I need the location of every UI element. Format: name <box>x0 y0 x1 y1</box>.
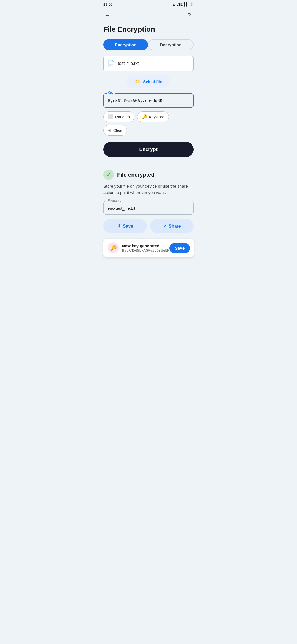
share-label: Share <box>169 224 181 229</box>
file-name-display: test_file.txt <box>118 61 139 66</box>
key-actions: ⬜ Random 🔑 Keystore ⊗ Clear <box>103 111 194 136</box>
save-button[interactable]: ⬇ Save <box>103 219 147 233</box>
clear-label: Clear <box>113 128 122 133</box>
tab-decryption[interactable]: Decryption <box>148 39 194 50</box>
snackbar: 🔑 New key generated BycXN5d9bkAGAyzcGsUq… <box>103 239 194 257</box>
clear-icon: ⊗ <box>108 128 112 133</box>
help-button[interactable]: ? <box>184 10 195 21</box>
encrypt-button[interactable]: Encrypt <box>103 142 194 157</box>
snackbar-key-icon: 🔑 <box>108 242 119 253</box>
snackbar-subtitle: BycXN5d9bkAGAyzcGsUqBK <box>122 248 169 252</box>
result-section: ✓ File encrypted Store your file on your… <box>99 170 198 257</box>
result-header: ✓ File encrypted <box>103 170 194 180</box>
file-icon: 📄 <box>108 60 115 67</box>
battery-icon: 🔋 <box>189 2 194 6</box>
main-content: 📄 test_file.txt 📁 Select file Key ⬜ Rand… <box>99 56 198 164</box>
signal-icon: ▌▌ <box>184 2 188 6</box>
keystore-icon: 🔑 <box>142 114 147 119</box>
status-time: 13:00 <box>103 2 112 6</box>
top-app-bar: ← ? <box>99 7 198 23</box>
share-button[interactable]: ↗ Share <box>150 219 194 233</box>
save-label: Save <box>123 224 133 229</box>
wifi-icon: ▲ <box>172 2 175 6</box>
snackbar-left: 🔑 New key generated BycXN5d9bkAGAyzcGsUq… <box>108 242 169 253</box>
filename-field-wrapper: Filename <box>103 201 194 215</box>
select-file-center: 📁 Select file <box>103 75 194 93</box>
snackbar-title: New key generated <box>122 244 169 248</box>
keystore-button[interactable]: 🔑 Keystore <box>137 111 169 122</box>
save-share-row: ⬇ Save ↗ Share <box>103 219 194 233</box>
keystore-label: Keystore <box>149 115 164 119</box>
filename-input[interactable] <box>103 201 194 215</box>
select-file-label: Select file <box>143 79 162 84</box>
folder-icon: 📁 <box>135 78 141 84</box>
random-icon: ⬜ <box>108 114 114 119</box>
back-button[interactable]: ← <box>102 10 113 21</box>
key-input[interactable] <box>103 93 194 108</box>
share-icon: ↗ <box>163 223 166 229</box>
snackbar-text: New key generated BycXN5d9bkAGAyzcGsUqBK <box>122 244 169 252</box>
clear-button[interactable]: ⊗ Clear <box>103 125 127 136</box>
help-icon: ? <box>188 12 191 18</box>
select-file-button[interactable]: 📁 Select file <box>127 75 170 88</box>
status-bar: 13:00 ▲ LTE ▌▌ 🔋 <box>99 0 198 7</box>
save-icon: ⬇ <box>117 223 121 229</box>
key-field-wrapper: Key <box>103 93 194 108</box>
random-label: Random <box>115 115 130 119</box>
result-title: File encrypted <box>117 172 155 178</box>
result-description: Store your file on your device or use th… <box>103 183 194 196</box>
snackbar-save-button[interactable]: Save <box>169 243 190 253</box>
tab-bar: Encryption Decryption <box>99 39 198 56</box>
section-divider <box>99 164 198 164</box>
tab-encryption[interactable]: Encryption <box>103 39 148 50</box>
random-button[interactable]: ⬜ Random <box>103 111 134 122</box>
lte-icon: LTE <box>177 2 183 6</box>
key-label: Key <box>107 91 115 95</box>
page-title: File Encryption <box>99 23 198 39</box>
success-icon: ✓ <box>103 170 114 180</box>
status-icons: ▲ LTE ▌▌ 🔋 <box>172 2 194 6</box>
back-arrow-icon: ← <box>105 12 111 18</box>
file-input-row: 📄 test_file.txt <box>103 56 194 71</box>
filename-label: Filename <box>107 199 122 203</box>
